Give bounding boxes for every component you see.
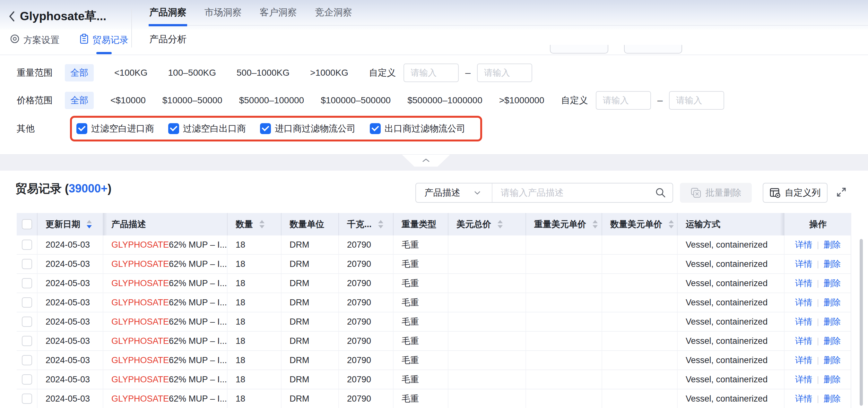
cell-update-date: 2024-05-03 bbox=[37, 235, 103, 254]
col-header-kilogram[interactable]: 千克... bbox=[339, 213, 394, 235]
search-input[interactable] bbox=[492, 188, 649, 198]
cell-kilogram: 20790 bbox=[339, 293, 394, 312]
weight-min-input[interactable] bbox=[403, 64, 459, 82]
col-header-weight-type: 重量类型 bbox=[394, 213, 448, 235]
price-option[interactable]: $100000–500000 bbox=[321, 95, 391, 105]
row-checkbox[interactable] bbox=[22, 336, 32, 346]
weight-custom-label[interactable]: 自定义 bbox=[369, 67, 396, 79]
col-header-usd-per-weight[interactable]: 重量美元单价 bbox=[526, 213, 602, 235]
app-header: Glyphosate草... 方案设置 贸易记录 产品洞察 市场洞察 客户洞察 bbox=[0, 0, 868, 55]
row-checkbox[interactable] bbox=[22, 259, 32, 269]
weight-option[interactable]: 500–1000KG bbox=[237, 68, 289, 78]
row-checkbox[interactable] bbox=[22, 355, 32, 365]
detail-link[interactable]: 详情 bbox=[795, 374, 812, 385]
clipped-control bbox=[624, 45, 682, 54]
subnav-item-scheme-settings[interactable]: 方案设置 bbox=[10, 34, 59, 46]
delete-link[interactable]: 删除 bbox=[824, 258, 841, 270]
filter-panel: 重量范围 全部 <100KG 100–500KG 500–1000KG >100… bbox=[0, 55, 868, 155]
detail-link[interactable]: 详情 bbox=[795, 297, 812, 308]
product-keyword: GLYPHOSATE bbox=[112, 278, 169, 288]
delete-link[interactable]: 删除 bbox=[824, 239, 841, 250]
cell-update-date: 2024-05-03 bbox=[37, 293, 103, 312]
price-min-input[interactable] bbox=[596, 91, 651, 110]
col-header-usd-per-quantity[interactable]: 数量美元单价 bbox=[602, 213, 678, 235]
filter-checkbox-exporter-logistics[interactable]: 出口商过滤物流公司 bbox=[370, 123, 465, 135]
search-icon[interactable] bbox=[649, 187, 673, 199]
col-header-quantity[interactable]: 数量 bbox=[227, 213, 281, 235]
cell-usd-per-weight bbox=[526, 312, 602, 331]
weight-option[interactable]: >1000KG bbox=[310, 68, 348, 78]
weight-option[interactable]: <100KG bbox=[114, 68, 148, 78]
price-option[interactable]: $50000–100000 bbox=[239, 95, 304, 105]
tab-customer-insight[interactable]: 客户洞察 bbox=[260, 6, 297, 19]
row-checkbox[interactable] bbox=[22, 297, 32, 308]
batch-delete-button[interactable]: 批量删除 bbox=[680, 183, 752, 203]
delete-link[interactable]: 删除 bbox=[824, 354, 841, 366]
row-checkbox[interactable] bbox=[22, 316, 32, 327]
cell-quantity-unit: DRM bbox=[281, 332, 339, 350]
action-separator: | bbox=[817, 317, 819, 327]
weight-option-all[interactable]: 全部 bbox=[65, 64, 94, 81]
price-max-input[interactable] bbox=[669, 91, 724, 110]
col-header-update-date[interactable]: 更新日期 bbox=[37, 213, 103, 235]
delete-link[interactable]: 删除 bbox=[824, 335, 841, 347]
back-button[interactable] bbox=[8, 10, 16, 22]
cell-update-date: 2024-05-03 bbox=[37, 351, 103, 370]
cell-update-date: 2024-05-03 bbox=[37, 332, 103, 350]
delete-link[interactable]: 删除 bbox=[824, 374, 841, 385]
filter-checkbox-blank-exporter[interactable]: 过滤空白出口商 bbox=[168, 123, 246, 135]
row-checkbox[interactable] bbox=[22, 394, 32, 404]
cell-quantity: 18 bbox=[227, 351, 281, 370]
tab-competitor-insight[interactable]: 竞企洞察 bbox=[315, 6, 352, 19]
table-row: 2024-05-03 GLYPHOSATE 62% MUP – I... 18 … bbox=[17, 389, 851, 408]
sort-icons bbox=[378, 220, 383, 228]
tab-product-analysis[interactable]: 产品分析 bbox=[149, 33, 186, 46]
delete-link[interactable]: 删除 bbox=[824, 316, 841, 328]
cell-usd-per-weight bbox=[526, 332, 602, 350]
detail-link[interactable]: 详情 bbox=[795, 354, 812, 366]
tab-product-insight[interactable]: 产品洞察 bbox=[149, 6, 186, 19]
detail-link[interactable]: 详情 bbox=[795, 277, 812, 289]
product-keyword: GLYPHOSATE bbox=[112, 317, 169, 327]
weight-max-input[interactable] bbox=[477, 64, 532, 82]
cell-usd-per-quantity bbox=[602, 312, 678, 331]
detail-link[interactable]: 详情 bbox=[795, 316, 812, 328]
fullscreen-icon[interactable] bbox=[836, 187, 847, 199]
vertical-scrollbar[interactable] bbox=[860, 239, 863, 406]
other-filters-label: 其他 bbox=[17, 123, 65, 135]
row-checkbox[interactable] bbox=[22, 278, 32, 288]
cell-usd-per-weight bbox=[526, 274, 602, 293]
price-custom-label[interactable]: 自定义 bbox=[561, 94, 588, 106]
delete-link[interactable]: 删除 bbox=[824, 297, 841, 308]
select-all-checkbox[interactable] bbox=[22, 219, 32, 229]
detail-link[interactable]: 详情 bbox=[795, 258, 812, 270]
collapse-filters-button[interactable] bbox=[402, 155, 450, 167]
cell-usd-total bbox=[448, 351, 526, 370]
row-checkbox[interactable] bbox=[22, 240, 32, 250]
delete-link[interactable]: 删除 bbox=[824, 393, 841, 405]
price-option[interactable]: $500000–1000000 bbox=[407, 95, 483, 105]
col-header-usd-total[interactable]: 美元总价 bbox=[448, 213, 526, 235]
cell-quantity-unit: DRM bbox=[281, 370, 339, 389]
record-count: 39000+ bbox=[69, 182, 107, 195]
delete-link[interactable]: 删除 bbox=[824, 277, 841, 289]
price-option[interactable]: $10000–50000 bbox=[162, 95, 222, 105]
weight-option[interactable]: 100–500KG bbox=[168, 68, 216, 78]
sort-icons bbox=[498, 220, 503, 228]
action-separator: | bbox=[817, 394, 819, 404]
detail-link[interactable]: 详情 bbox=[795, 393, 812, 405]
filter-checkbox-importer-logistics[interactable]: 进口商过滤物流公司 bbox=[260, 123, 356, 135]
tab-market-insight[interactable]: 市场洞察 bbox=[205, 6, 242, 19]
filter-checkbox-blank-importer[interactable]: 过滤空白进口商 bbox=[76, 123, 154, 135]
chevron-left-icon bbox=[8, 10, 16, 22]
custom-columns-button[interactable]: 自定义列 bbox=[763, 183, 828, 203]
search-field-select[interactable]: 产品描述 bbox=[416, 183, 492, 202]
detail-link[interactable]: 详情 bbox=[795, 239, 812, 250]
price-option[interactable]: >$1000000 bbox=[499, 95, 545, 105]
detail-link[interactable]: 详情 bbox=[795, 335, 812, 347]
row-checkbox[interactable] bbox=[22, 374, 32, 384]
price-option-all[interactable]: 全部 bbox=[65, 92, 94, 109]
price-option[interactable]: <$10000 bbox=[111, 95, 146, 105]
cell-usd-total bbox=[448, 389, 526, 408]
subnav-item-trade-records[interactable]: 贸易记录 bbox=[79, 33, 128, 46]
